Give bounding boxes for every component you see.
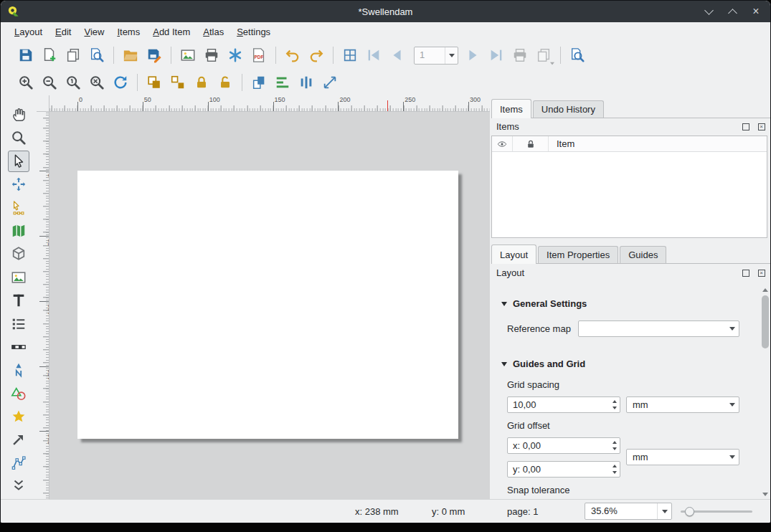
distribute-items-button[interactable]: [295, 72, 317, 93]
last-feature-button[interactable]: [486, 44, 507, 66]
previous-feature-button[interactable]: [387, 44, 408, 66]
dropdown-caret-icon[interactable]: [725, 321, 739, 336]
scroll-down-icon[interactable]: [761, 490, 770, 498]
group-items-button[interactable]: [143, 72, 165, 93]
visibility-column-header[interactable]: [492, 136, 513, 151]
item-column-header[interactable]: Item: [549, 136, 767, 151]
move-item-content-tool-button[interactable]: [8, 174, 29, 195]
pan-tool-button[interactable]: [8, 104, 29, 125]
atlas-feature-combo[interactable]: 1: [414, 47, 458, 65]
close-panel-icon[interactable]: ×: [756, 121, 767, 132]
add-label-tool-button[interactable]: [8, 290, 29, 311]
print-layout-button[interactable]: [201, 44, 222, 66]
dropdown-caret-icon[interactable]: [445, 47, 458, 64]
minimize-icon[interactable]: [703, 6, 714, 17]
add-legend-tool-button[interactable]: [8, 313, 29, 335]
add-shape-tool-button[interactable]: [8, 383, 29, 404]
redo-button[interactable]: [306, 44, 327, 66]
save-project-button[interactable]: [15, 44, 37, 66]
menu-items[interactable]: Items: [110, 24, 146, 40]
select-move-item-tool-button[interactable]: [8, 151, 29, 172]
menu-add-item[interactable]: Add Item: [146, 24, 197, 40]
tab-layout[interactable]: Layout: [491, 244, 536, 263]
grid-spacing-unit-combo[interactable]: mm: [626, 396, 739, 413]
zoom-level-combo[interactable]: 35.6%: [585, 503, 672, 520]
add-picture-tool-button[interactable]: [8, 267, 29, 288]
dropdown-caret-icon[interactable]: [725, 450, 739, 465]
preview-atlas-button[interactable]: [339, 44, 361, 66]
atlas-settings-button[interactable]: [567, 44, 588, 66]
zoom-tool-button[interactable]: [8, 127, 29, 148]
scrollbar-thumb[interactable]: [762, 295, 769, 348]
float-panel-icon[interactable]: [740, 121, 751, 132]
layout-canvas[interactable]: [49, 112, 490, 500]
general-settings-section-header[interactable]: General Settings: [501, 298, 587, 309]
menu-view[interactable]: View: [77, 24, 110, 40]
add-map-tool-button[interactable]: [8, 220, 29, 242]
duplicate-layout-button[interactable]: [62, 44, 84, 66]
menu-layout[interactable]: Layout: [8, 24, 49, 40]
vertical-ruler[interactable]: 050100150200: [37, 112, 49, 500]
menu-settings[interactable]: Settings: [230, 24, 277, 40]
lock-column-header[interactable]: [513, 136, 549, 151]
spinbox-arrows-icon[interactable]: [612, 441, 617, 450]
print-atlas-button[interactable]: [509, 44, 531, 66]
tab-guides[interactable]: Guides: [620, 246, 666, 263]
add-items-from-template-button[interactable]: [120, 44, 141, 66]
lock-items-button[interactable]: [191, 72, 212, 93]
zoom-in-button[interactable]: [15, 72, 37, 93]
zoom-slider[interactable]: [681, 507, 752, 516]
first-feature-button[interactable]: [363, 44, 384, 66]
export-as-svg-button[interactable]: [224, 44, 246, 66]
tab-undo-history[interactable]: Undo History: [533, 100, 604, 118]
add-3d-map-tool-button[interactable]: [8, 243, 29, 265]
grid-offset-unit-combo[interactable]: mm: [626, 449, 739, 465]
export-as-pdf-button[interactable]: [248, 44, 270, 66]
export-as-image-button[interactable]: [177, 44, 199, 66]
items-list[interactable]: Item: [491, 136, 767, 238]
reference-map-combo[interactable]: [578, 320, 739, 337]
titlebar[interactable]: *Swellendam ×: [1, 1, 770, 22]
raise-items-button[interactable]: [248, 72, 270, 93]
close-icon[interactable]: ×: [750, 6, 762, 17]
float-panel-icon[interactable]: [740, 267, 751, 278]
export-atlas-button[interactable]: [533, 44, 554, 66]
add-marker-tool-button[interactable]: [8, 406, 29, 427]
tab-item-properties[interactable]: Item Properties: [538, 246, 618, 263]
close-panel-icon[interactable]: ×: [756, 267, 767, 278]
add-scalebar-tool-button[interactable]: [8, 336, 29, 358]
align-items-button[interactable]: [272, 72, 293, 93]
unlock-items-button[interactable]: [214, 72, 236, 93]
grid-spacing-spinbox[interactable]: 10,00: [507, 396, 620, 413]
undo-button[interactable]: [282, 44, 303, 66]
menu-atlas[interactable]: Atlas: [197, 24, 230, 40]
zoom-full-button[interactable]: [86, 72, 108, 93]
resize-items-button[interactable]: [319, 72, 341, 93]
save-as-template-button[interactable]: [143, 44, 165, 66]
add-node-item-tool-button[interactable]: [8, 452, 29, 474]
dropdown-caret-icon[interactable]: [725, 397, 739, 412]
zoom-actual-button[interactable]: [62, 72, 84, 93]
horizontal-ruler[interactable]: 050100150200250300: [49, 95, 490, 112]
grid-offset-y-spinbox[interactable]: y: 0,00: [507, 461, 620, 478]
grid-offset-x-spinbox[interactable]: x: 0,00: [507, 437, 620, 454]
add-arrow-tool-button[interactable]: [8, 429, 29, 450]
refresh-view-button[interactable]: [110, 72, 131, 93]
spinbox-arrows-icon[interactable]: [612, 400, 617, 409]
more-tools-button[interactable]: [8, 475, 29, 496]
ungroup-items-button[interactable]: [167, 72, 189, 93]
next-feature-button[interactable]: [462, 44, 483, 66]
maximize-icon[interactable]: [727, 6, 738, 17]
tab-items[interactable]: Items: [491, 99, 531, 118]
zoom-slider-handle[interactable]: [685, 507, 694, 516]
spinbox-arrows-icon[interactable]: [612, 465, 617, 474]
edit-nodes-item-tool-button[interactable]: [8, 197, 29, 219]
add-north-arrow-tool-button[interactable]: [8, 359, 29, 381]
panel-scrollbar[interactable]: [761, 285, 770, 498]
scroll-up-icon[interactable]: [761, 285, 770, 294]
menu-edit[interactable]: Edit: [49, 24, 77, 40]
zoom-out-button[interactable]: [39, 72, 60, 93]
layout-manager-button[interactable]: [86, 44, 108, 66]
guides-and-grid-section-header[interactable]: Guides and Grid: [501, 358, 585, 369]
new-layout-button[interactable]: [39, 44, 60, 66]
